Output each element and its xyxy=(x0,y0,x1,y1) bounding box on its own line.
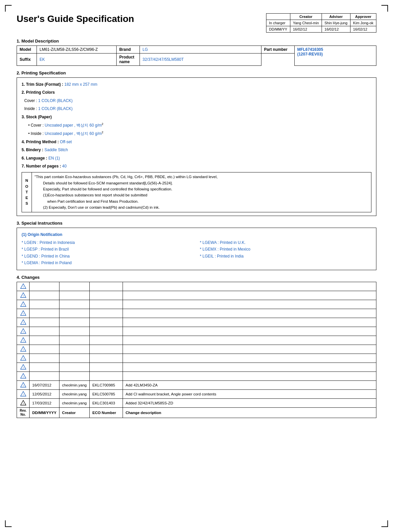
change-icon-cell: ! xyxy=(17,300,30,309)
change-icon-cell: ! xyxy=(17,309,30,318)
stock-cover-value: Uncoated paper , 백상지 60 g/m xyxy=(45,123,102,128)
change-icon-cell: ! xyxy=(17,398,30,407)
approval-date-adviser: 16/02/12 xyxy=(322,26,350,33)
change-creator-3: cheolmin.yang xyxy=(59,398,89,407)
change-date-empty xyxy=(30,354,59,363)
approval-date-approver: 16/02/12 xyxy=(350,26,376,33)
change-date-empty xyxy=(30,300,59,309)
change-desc-empty xyxy=(123,300,376,309)
change-desc-empty xyxy=(123,291,376,300)
part-value1: MFL67416305 xyxy=(297,47,323,52)
bindery-value: Saddle Stitch xyxy=(45,148,68,152)
origin-lgein: * LGEIN : Printed in Indonesia xyxy=(22,239,193,246)
change-date-empty xyxy=(30,336,59,345)
stock-item: 3. Stock (Paper) xyxy=(22,114,371,120)
model-value: LM61-Z/LM58-Z/LS56-Z/CM96-Z xyxy=(37,46,117,53)
section2-heading: 2. Printing Specification xyxy=(17,70,376,75)
approval-approver-value: Kim Jong-ok xyxy=(350,20,376,26)
svg-text:!: ! xyxy=(23,393,23,396)
change-eco-1: EKLC700985 xyxy=(90,380,123,389)
change-desc-empty xyxy=(123,363,376,372)
inside-label: Inside : xyxy=(24,106,37,111)
approval-date-creator: 16/02/12 xyxy=(290,26,322,33)
change-eco-empty xyxy=(90,345,123,354)
approval-creator-header: Creator xyxy=(290,14,322,20)
stock-inside-value: Uncoated paper , 백상지 60 g/m xyxy=(45,131,102,136)
suffix-value: EK xyxy=(37,53,117,66)
change-icon-cell: ! xyxy=(17,363,30,372)
changes-footer-row: Rev.No. DD/MM/YYYY Creator ECO Number Ch… xyxy=(17,407,376,418)
change-date-empty xyxy=(30,372,59,380)
approval-incharge-label: In charger xyxy=(266,20,290,26)
trim-item: 1. Trim Size (Format) : 182 mm x 257 mm xyxy=(22,81,371,88)
footer-desc: Change description xyxy=(123,407,376,418)
notes-label-cell: NOTES xyxy=(22,172,32,212)
change-eco-empty xyxy=(90,318,123,327)
origin-lgewa: * LGEWA : Printed in U.K. xyxy=(200,239,372,246)
change-creator-empty xyxy=(59,336,89,345)
origin-lgema: * LGEMA : Printed in Poland xyxy=(22,260,193,266)
footer-date: DD/MM/YYYY xyxy=(30,407,59,418)
approval-creator-value: Yang Cheol-min xyxy=(290,20,322,26)
cover-label: Cover : xyxy=(24,98,37,103)
svg-text:!: ! xyxy=(23,321,23,324)
change-desc-1: Add 42LM3450-ZA xyxy=(123,380,376,389)
table-row: ! 16/07/2012 cheolmin.yang EKLC700985 Ad… xyxy=(17,380,376,389)
change-eco-3: EKLC301403 xyxy=(90,398,123,407)
change-desc-2: Add CI wallmount bracket, Angle power co… xyxy=(123,389,376,398)
change-icon-cell: ! xyxy=(17,389,30,398)
change-creator-empty xyxy=(59,291,89,300)
change-creator-empty xyxy=(59,345,89,354)
language-label: 6. Language : xyxy=(22,156,47,160)
change-desc-empty xyxy=(123,282,376,291)
section1-heading: 1. Model Description xyxy=(17,39,376,44)
table-row: ! xyxy=(17,300,376,309)
change-date-empty xyxy=(30,345,59,354)
cover-color-item: Cover : 1 COLOR (BLACK) xyxy=(24,97,371,104)
change-eco-empty xyxy=(90,372,123,380)
corner-mark-tl xyxy=(5,5,12,12)
change-date-empty xyxy=(30,327,59,336)
part-value: MFL67416305 (1207-REV03) xyxy=(294,46,376,66)
svg-text:!: ! xyxy=(23,294,23,297)
change-creator-empty xyxy=(59,309,89,318)
bindery-item: 5. Bindery : Saddle Stitch xyxy=(22,147,371,153)
origin-lgend: * LGEND : Printed in China xyxy=(22,253,193,260)
part-value2: (1207-REV03) xyxy=(297,52,323,56)
change-date-1: 16/07/2012 xyxy=(30,380,59,389)
inside-value: 1 COLOR (BLACK) xyxy=(38,106,72,111)
table-row: ! xyxy=(17,354,376,363)
change-eco-empty xyxy=(90,327,123,336)
svg-text:!: ! xyxy=(23,366,23,369)
change-creator-2: cheolmin.yang xyxy=(59,389,89,398)
stock-inside-label: Inside : xyxy=(31,131,44,136)
change-creator-empty xyxy=(59,318,89,327)
change-date-empty xyxy=(30,363,59,372)
change-eco-empty xyxy=(90,291,123,300)
table-row: ! xyxy=(17,336,376,345)
table-row: ! xyxy=(17,282,376,291)
change-icon-cell: ! xyxy=(17,372,30,380)
change-creator-1: cheolmin.yang xyxy=(59,380,89,389)
colors-item: 2. Printing Colors xyxy=(22,89,371,96)
instructions-box: (1) Origin Notification * LGEIN : Printe… xyxy=(17,228,376,270)
svg-text:!: ! xyxy=(23,402,23,405)
change-icon-cell: ! xyxy=(17,282,30,291)
product-label: Product name xyxy=(117,53,140,66)
change-eco-empty xyxy=(90,282,123,291)
table-row: ! 17/03/2012 cheolmin.yang EKLC301403 Ad… xyxy=(17,398,376,407)
change-icon-cell: ! xyxy=(17,327,30,336)
svg-text:!: ! xyxy=(23,312,23,315)
change-desc-empty xyxy=(123,309,376,318)
approval-approver-header: Approver xyxy=(350,14,376,20)
footer-rev: Rev.No. xyxy=(17,407,30,418)
svg-text:!: ! xyxy=(23,303,23,306)
table-row: ! xyxy=(17,327,376,336)
stock-cover-label: Cover : xyxy=(31,123,44,128)
origin-lgesp: * LGESP : Printed in Brazil xyxy=(22,246,193,253)
corner-mark-bl xyxy=(5,520,12,527)
part-label: Part number xyxy=(261,46,294,53)
change-eco-empty xyxy=(90,354,123,363)
svg-text:!: ! xyxy=(23,339,23,342)
pages-item: 7. Number of pages : 40 xyxy=(22,163,371,169)
